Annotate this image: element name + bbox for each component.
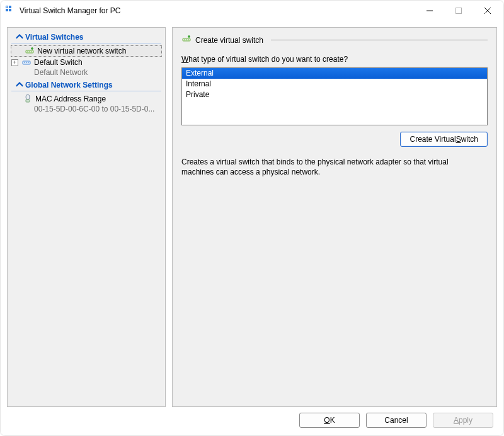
svg-point-10	[24, 62, 25, 64]
expand-icon[interactable]: +	[11, 59, 18, 66]
main-header-label: Create virtual switch	[195, 36, 263, 45]
svg-point-16	[184, 39, 185, 40]
app-icon	[6, 6, 16, 16]
collapse-icon	[15, 33, 24, 41]
close-button[interactable]	[473, 1, 502, 21]
ok-button[interactable]: OK	[299, 413, 360, 428]
main-header: Create virtual switch	[181, 34, 488, 46]
svg-point-7	[29, 51, 30, 52]
collapse-icon	[15, 81, 24, 89]
cancel-button[interactable]: Cancel	[366, 413, 427, 428]
sidebar-section-label: Virtual Switches	[25, 33, 83, 42]
sidebar-section-label: Global Network Settings	[25, 81, 113, 89]
create-virtual-switch-button[interactable]: Create Virtual Switch	[400, 132, 488, 147]
tree-item-label: New virtual network switch	[37, 47, 126, 55]
sidebar-item-new-virtual-switch[interactable]: New virtual network switch	[11, 45, 162, 57]
svg-rect-4	[456, 8, 462, 13]
window-frame: Virtual Switch Manager for PC	[0, 0, 504, 436]
option-external[interactable]: External	[182, 68, 487, 79]
dialog-buttons: OK Cancel Apply	[7, 407, 497, 429]
minimize-button[interactable]	[415, 1, 444, 21]
tree-item-label: MAC Address Range	[35, 95, 106, 103]
svg-point-13	[26, 95, 30, 100]
main-panel: Create virtual switch What type of virtu…	[172, 27, 497, 407]
client-area: Virtual Switches New virtual network swi…	[1, 21, 503, 435]
sidebar: Virtual Switches New virtual network swi…	[7, 27, 166, 407]
switch-icon	[21, 57, 32, 67]
svg-point-11	[26, 62, 27, 64]
apply-button[interactable]: Apply	[433, 413, 493, 428]
svg-point-18	[188, 39, 189, 40]
window-controls	[415, 1, 502, 21]
svg-rect-2	[6, 9, 8, 11]
sidebar-section-virtual-switches[interactable]: Virtual Switches	[11, 32, 161, 43]
mac-icon	[23, 94, 33, 104]
tree-item-sublabel: 00-15-5D-00-6C-00 to 00-15-5D-0...	[9, 105, 164, 115]
option-internal[interactable]: Internal	[182, 79, 487, 89]
svg-point-8	[31, 51, 32, 52]
title-bar: Virtual Switch Manager for PC	[1, 1, 503, 21]
divider	[271, 40, 488, 40]
sidebar-section-global-network[interactable]: Global Network Settings	[11, 79, 161, 91]
prompt-text: What type of virtual switch do you want …	[181, 55, 488, 64]
switch-add-icon	[25, 46, 35, 56]
tree-item-sublabel: Default Network	[9, 68, 164, 78]
maximize-button[interactable]	[444, 1, 473, 21]
svg-rect-1	[9, 6, 11, 8]
svg-point-12	[28, 62, 29, 64]
switch-type-listbox[interactable]: External Internal Private	[181, 67, 488, 125]
svg-rect-3	[9, 9, 11, 11]
option-private[interactable]: Private	[182, 89, 487, 100]
sidebar-item-mac-range[interactable]: MAC Address Range	[9, 93, 164, 105]
sidebar-item-default-switch[interactable]: + Default Switch	[9, 57, 164, 68]
switch-add-icon	[181, 34, 192, 46]
svg-point-6	[27, 51, 28, 52]
window-title: Virtual Switch Manager for PC	[20, 6, 121, 15]
description-text: Creates a virtual switch that binds to t…	[181, 157, 478, 177]
tree-item-label: Default Switch	[34, 58, 83, 67]
svg-point-17	[186, 39, 187, 40]
panels: Virtual Switches New virtual network swi…	[7, 27, 497, 407]
svg-rect-14	[26, 100, 30, 102]
